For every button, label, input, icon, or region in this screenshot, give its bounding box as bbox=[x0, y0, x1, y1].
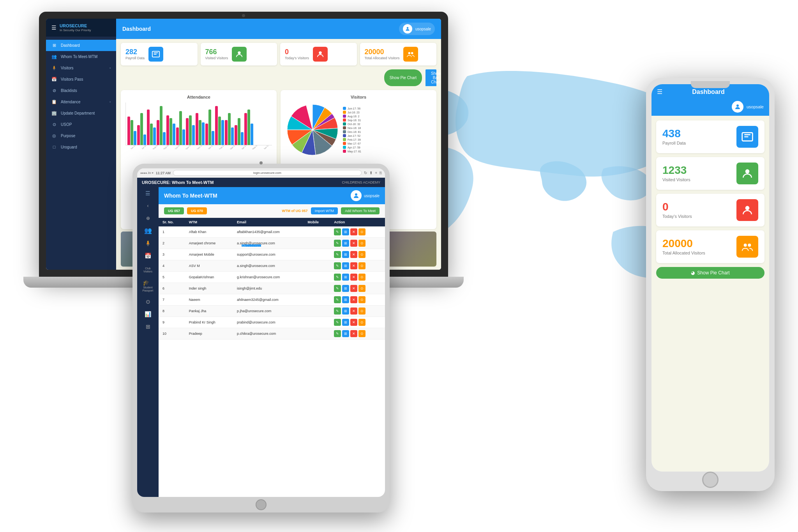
phone-screen: ☰ Dashboard usopsale 438 Payroll Da bbox=[651, 84, 769, 472]
sidebar-item-purpose[interactable]: ◎ Purpose bbox=[46, 130, 116, 141]
sidebar-item-blacklists[interactable]: ⊘ Blacklists bbox=[46, 85, 116, 96]
sidebar-logo: ☰ UROSECURE In Security Our Priority bbox=[46, 19, 116, 37]
tablet-sidebar-visitor[interactable]: 🧍 bbox=[145, 240, 151, 247]
people-icon: 👥 bbox=[51, 54, 57, 59]
tablet-open-icon[interactable]: ⊕ bbox=[146, 214, 150, 221]
chevron-right-icon: › bbox=[109, 100, 111, 104]
svg-point-7 bbox=[736, 104, 739, 107]
pie-chart-icon: ◕ bbox=[691, 270, 695, 276]
col-email: Email bbox=[233, 218, 304, 226]
svg-point-12 bbox=[748, 244, 751, 247]
show-bar-chart-button[interactable]: Show Bar Chart bbox=[425, 69, 436, 86]
phone-title: Dashboard bbox=[692, 88, 725, 95]
tablet-sidebar-calendar[interactable]: 📅 bbox=[145, 252, 151, 259]
sidebar-item-label: Blacklists bbox=[61, 88, 77, 93]
tablet-sidebar-student[interactable]: 🎓 StudentPassport bbox=[143, 279, 154, 293]
cell-sr: 9 bbox=[159, 317, 185, 328]
add-whom-button[interactable]: Add Whom To Meet bbox=[341, 207, 380, 214]
tablet-page-user: usopsale bbox=[351, 190, 380, 201]
phone-body: ☰ Dashboard usopsale 438 Payroll Da bbox=[646, 78, 775, 491]
tablet-screen: ●●●● Jio ▾ 11:27 AM login.urosecure.com … bbox=[137, 168, 385, 497]
total-icon-box bbox=[403, 47, 418, 62]
chart-buttons-row: Show Pie Chart Show Bar Chart bbox=[121, 68, 436, 88]
visited-info: 1233 Visited Visitors bbox=[662, 165, 690, 182]
col-sr: Sr. No. bbox=[159, 218, 185, 226]
visitor-icon: 🧍 bbox=[51, 65, 57, 71]
more-button[interactable]: ⊙ bbox=[358, 228, 365, 235]
tablet-sidebar-settings[interactable]: ⊙ bbox=[146, 298, 150, 305]
view-button[interactable]: ⊞ bbox=[342, 228, 349, 235]
bookmark-icon[interactable]: ⎘ bbox=[380, 171, 382, 175]
svg-point-11 bbox=[744, 244, 747, 247]
phone-home-button[interactable] bbox=[702, 472, 719, 488]
sidebar-item-whom-to-meet[interactable]: 👥 Whom To Meet-WTM bbox=[46, 51, 116, 62]
tablet-sidebar-report[interactable]: 📊 bbox=[145, 311, 151, 318]
ug070-badge[interactable]: UG 070 bbox=[187, 207, 207, 214]
hamburger-icon[interactable]: ☰ bbox=[51, 25, 56, 31]
svg-point-2 bbox=[238, 51, 241, 54]
svg-point-10 bbox=[745, 206, 750, 210]
cell-sr: 5 bbox=[159, 272, 185, 283]
logo-name: UROSECURE bbox=[60, 23, 91, 28]
share-icon[interactable]: ⬆ bbox=[369, 171, 373, 175]
sidebar-item-usop[interactable]: ⊙ USOP bbox=[46, 119, 116, 130]
phone-total-icon bbox=[736, 236, 758, 258]
phone-stat-total: 20000 Total Allocated Visitors bbox=[656, 230, 764, 263]
svg-point-3 bbox=[319, 51, 321, 54]
cell-name: Inder singh bbox=[185, 283, 233, 294]
sidebar-item-dashboard[interactable]: ⊞ Dashboard bbox=[46, 40, 116, 51]
ug057-badge[interactable]: UG 057 bbox=[164, 207, 184, 214]
phone-show-pie-button[interactable]: ◕ Show Pie Chart bbox=[656, 267, 764, 279]
cell-name: Prabind Kr Singh bbox=[185, 317, 233, 328]
phone-visited-number: 1233 bbox=[662, 165, 690, 176]
phone-hamburger-icon[interactable]: ☰ bbox=[657, 88, 662, 95]
phone-stat-today: 0 Today's Visitors bbox=[656, 194, 764, 226]
cell-name: Amarjeet chrome bbox=[185, 238, 233, 249]
tablet-menu-icon[interactable]: ☰ bbox=[145, 190, 150, 196]
username-label: usopsale bbox=[415, 27, 431, 31]
tablet-academy: CHILDRENS ACADEMY bbox=[342, 180, 380, 184]
stat-info: 766 Visited Visitors bbox=[205, 48, 228, 60]
refresh-icon[interactable]: ↻ bbox=[364, 171, 367, 175]
tablet-table-container: Sr. No. WTM Email Mobile Action 1 Aftab … bbox=[159, 218, 385, 497]
tablet-sidebar-grid[interactable]: ⊞ bbox=[146, 323, 150, 330]
laptop-topbar-title: Dashboard bbox=[122, 26, 151, 32]
bar-chart: Jun-16Jul-16Aug-16Sep-16Oct-16Nov-16Dec-… bbox=[125, 103, 272, 149]
logo-sub: In Security Our Priority bbox=[60, 28, 91, 32]
laptop-sidebar: ☰ UROSECURE In Security Our Priority ⊞ D… bbox=[46, 19, 116, 270]
cell-sr: 10 bbox=[159, 328, 185, 339]
tablet-app-header: UROSECURE: Whom To Meet-WTM CHILDRENS AC… bbox=[137, 178, 385, 187]
phone-notch bbox=[691, 81, 730, 88]
phone-content: 438 Payroll Data 1233 Visited Visitors bbox=[651, 116, 769, 472]
laptop-stats-row: 282 Payroll Data 766 Visited Visitor bbox=[116, 39, 441, 68]
add-tab-icon[interactable]: + bbox=[375, 171, 377, 175]
show-pie-chart-button[interactable]: Show Pie Chart bbox=[384, 69, 422, 86]
cell-actions: ✎ ⊞ ✕ ⊙ bbox=[330, 226, 385, 238]
phone-total-number: 20000 bbox=[662, 238, 705, 249]
url-bar[interactable]: login.urosecure.com bbox=[173, 170, 362, 176]
phone-username: usopsale bbox=[747, 104, 764, 109]
time-display: 11:27 AM bbox=[156, 171, 171, 175]
phone-user-row: usopsale bbox=[651, 99, 769, 116]
sidebar-item-visitors[interactable]: 🧍 Visitors › bbox=[46, 62, 116, 74]
sidebar-item-attendance[interactable]: 📋 Attendance › bbox=[46, 96, 116, 108]
edit-button[interactable]: ✎ bbox=[334, 228, 341, 235]
svg-point-5 bbox=[411, 52, 413, 55]
dashboard-icon: ⊞ bbox=[51, 43, 57, 48]
tablet-site-name: UROSECURE: Whom To Meet-WTM bbox=[142, 180, 214, 185]
tablet-username: usopsale bbox=[364, 194, 380, 198]
tablet-back-icon[interactable]: ‹ bbox=[147, 202, 149, 209]
import-wtm-button[interactable]: Import WTM bbox=[311, 207, 338, 214]
sidebar-item-uroguard[interactable]: □ Uroguard bbox=[46, 141, 116, 152]
calendar-icon: 📅 bbox=[51, 77, 57, 82]
browser-bar: ●●●● Jio ▾ 11:27 AM login.urosecure.com … bbox=[137, 168, 385, 178]
show-pie-label: Show Pie Chart bbox=[697, 270, 729, 276]
visited-number: 766 bbox=[205, 48, 228, 55]
sidebar-item-update-dept[interactable]: 🏢 Update Department bbox=[46, 108, 116, 119]
tablet-sidebar-people[interactable]: 👥 bbox=[144, 227, 152, 234]
cell-name: Aftab Khan bbox=[185, 226, 233, 238]
payroll-info: 438 Payroll Data bbox=[662, 128, 686, 145]
sidebar-item-visitors-pass[interactable]: 📅 Visitors Pass bbox=[46, 74, 116, 85]
cell-sr: 1 bbox=[159, 226, 185, 238]
delete-button[interactable]: ✕ bbox=[350, 228, 357, 235]
